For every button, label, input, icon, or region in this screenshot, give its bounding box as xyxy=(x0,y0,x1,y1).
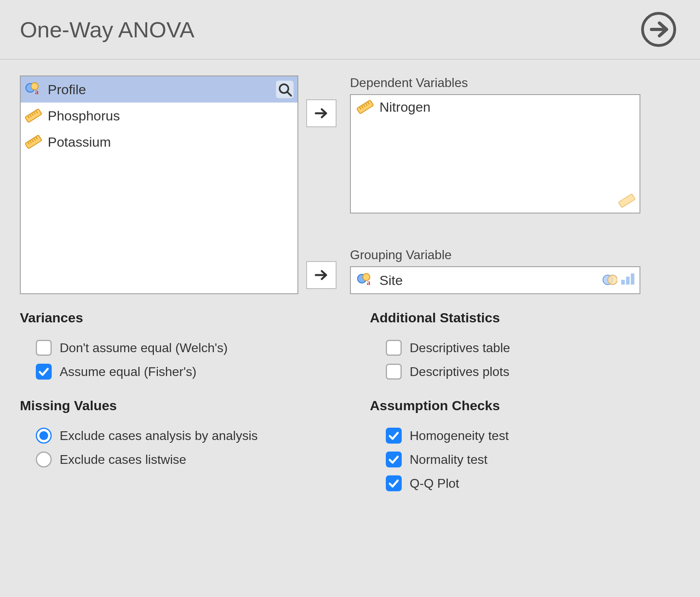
variable-item-phosphorus[interactable]: Phosphorus xyxy=(21,103,298,129)
variable-label: Site xyxy=(379,273,403,288)
arrow-right-icon xyxy=(314,106,329,120)
ruler-icon xyxy=(25,107,42,124)
venn-icon xyxy=(601,271,617,287)
run-button[interactable] xyxy=(641,12,676,47)
dependent-variables-label: Dependent Variables xyxy=(350,76,640,90)
variable-label: Potassium xyxy=(48,134,111,150)
variable-item-nitrogen[interactable]: Nitrogen xyxy=(351,95,640,119)
normality-checkbox[interactable] xyxy=(386,452,402,467)
variable-label: Profile xyxy=(48,82,86,97)
option-label: Q-Q Plot xyxy=(410,476,459,491)
nominal-icon xyxy=(25,81,42,98)
option-label: Descriptives table xyxy=(410,341,510,355)
homogeneity-option[interactable]: Homogeneity test xyxy=(370,424,680,448)
variable-item-profile[interactable]: Profile xyxy=(21,76,298,103)
option-label: Assume equal (Fisher's) xyxy=(60,364,196,379)
check-icon xyxy=(388,454,400,465)
desc-plots-option[interactable]: Descriptives plots xyxy=(370,360,680,384)
arrow-right-icon xyxy=(314,268,329,282)
page-title: One-Way ANOVA xyxy=(20,17,194,43)
header: One-Way ANOVA xyxy=(0,0,700,60)
option-label: Exclude cases listwise xyxy=(60,452,186,467)
exclude-listwise-radio[interactable] xyxy=(36,452,52,467)
qqplot-option[interactable]: Q-Q Plot xyxy=(370,471,680,495)
search-icon xyxy=(278,82,292,97)
variances-title: Variances xyxy=(20,310,330,326)
normality-option[interactable]: Normality test xyxy=(370,448,680,471)
option-label: Normality test xyxy=(410,452,488,467)
variances-group: Variances Don't assume equal (Welch's) A… xyxy=(20,310,330,384)
ruler-icon xyxy=(618,192,636,209)
dependent-variables-box[interactable]: Nitrogen xyxy=(350,94,640,213)
fisher-option[interactable]: Assume equal (Fisher's) xyxy=(20,360,330,384)
ruler-icon xyxy=(356,98,374,116)
exclude-analysis-radio[interactable] xyxy=(36,428,52,444)
search-button[interactable] xyxy=(276,81,294,98)
option-label: Don't assume equal (Welch's) xyxy=(60,341,228,355)
move-to-grouping-button[interactable] xyxy=(306,261,336,289)
variable-label: Phosphorus xyxy=(48,108,120,124)
variable-item-potassium[interactable]: Potassium xyxy=(21,129,298,155)
assumption-checks-group: Assumption Checks Homogeneity test Norma… xyxy=(370,398,680,495)
desc-table-checkbox[interactable] xyxy=(386,340,402,356)
bars-icon xyxy=(620,271,636,287)
grouping-variable-label: Grouping Variable xyxy=(350,248,640,262)
check-icon xyxy=(388,477,400,489)
welch-option[interactable]: Don't assume equal (Welch's) xyxy=(20,336,330,360)
accepts-indicator xyxy=(618,192,636,209)
additional-statistics-group: Additional Statistics Descriptives table… xyxy=(370,310,680,384)
exclude-listwise-option[interactable]: Exclude cases listwise xyxy=(20,448,330,471)
option-label: Exclude cases analysis by analysis xyxy=(60,428,258,443)
grouping-variable-box[interactable]: Site xyxy=(350,266,640,294)
fisher-checkbox[interactable] xyxy=(36,364,52,380)
qqplot-checkbox[interactable] xyxy=(386,475,402,491)
missing-values-title: Missing Values xyxy=(20,398,330,413)
desc-plots-checkbox[interactable] xyxy=(386,364,402,380)
arrow-right-icon xyxy=(648,18,670,41)
option-label: Homogeneity test xyxy=(410,428,509,443)
variable-supply-list[interactable]: Profile Phosphorus Potassium xyxy=(20,76,298,294)
accepts-indicator xyxy=(601,271,636,287)
additional-statistics-title: Additional Statistics xyxy=(370,310,680,326)
homogeneity-checkbox[interactable] xyxy=(386,428,402,444)
check-icon xyxy=(388,430,400,442)
variable-label: Nitrogen xyxy=(379,99,431,115)
welch-checkbox[interactable] xyxy=(36,340,52,356)
variable-item-site[interactable]: Site xyxy=(351,268,408,292)
exclude-analysis-option[interactable]: Exclude cases analysis by analysis xyxy=(20,424,330,448)
ruler-icon xyxy=(25,133,42,151)
move-to-dependent-button[interactable] xyxy=(306,99,336,127)
nominal-icon xyxy=(356,271,374,289)
assumption-checks-title: Assumption Checks xyxy=(370,398,680,413)
desc-table-option[interactable]: Descriptives table xyxy=(370,336,680,360)
option-label: Descriptives plots xyxy=(410,364,509,379)
check-icon xyxy=(38,366,50,378)
missing-values-group: Missing Values Exclude cases analysis by… xyxy=(20,398,330,471)
